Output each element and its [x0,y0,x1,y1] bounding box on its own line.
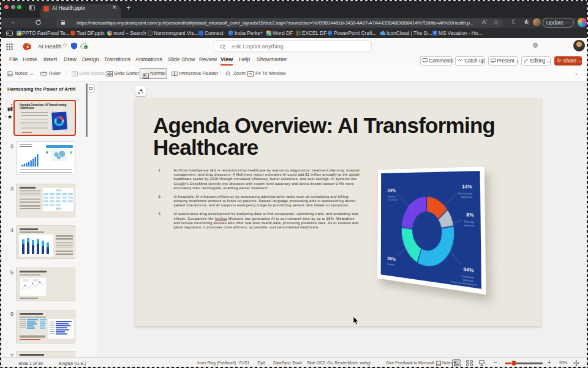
svg-text:8%: 8% [466,212,474,218]
svg-text:concerned: concerned [388,198,398,201]
svg-text:optimistic: optimistic [461,195,473,198]
svg-text:14%: 14% [462,184,472,189]
svg-text:Neutral: Neutral [388,262,395,266]
svg-text:P: P [27,45,29,49]
svg-text:1: 1 [9,108,11,111]
svg-text:24%: 24% [388,188,396,193]
svg-text:34%: 34% [463,266,474,273]
svg-text:20%: 20% [388,256,396,262]
svg-text:opposed: opposed [464,223,475,227]
